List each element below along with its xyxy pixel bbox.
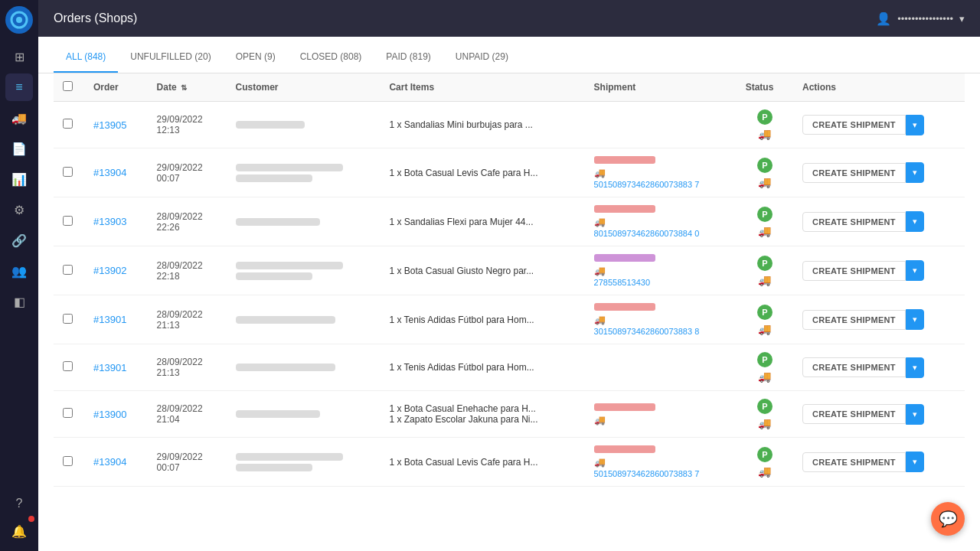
cart-item-text: 1 x Tenis Adidas Fútbol para Hom... [389,362,575,373]
sidebar-item-users[interactable]: 👥 [5,257,33,285]
tab-unpaid[interactable]: UNPAID (29) [443,42,521,73]
tab-closed[interactable]: CLOSED (808) [288,42,374,73]
order-link[interactable]: #13904 [93,167,126,178]
sidebar-item-documents[interactable]: 📄 [5,135,33,162]
create-shipment-button[interactable]: CREATE SHIPMENT [802,212,906,232]
row-checkbox[interactable] [63,216,73,226]
create-shipment-dropdown[interactable]: ▾ [906,452,924,472]
sidebar-item-layers[interactable]: ◧ [5,288,33,315]
customer-blur-group [236,316,371,324]
status-cell: P 🚚 [737,197,793,246]
status-icons: P 🚚 [746,399,784,429]
tracking-number[interactable]: 301508973462860073883 8 [594,327,727,336]
create-shipment-button[interactable]: CREATE SHIPMENT [802,115,906,135]
row-checkbox[interactable] [63,456,73,466]
row-checkbox[interactable] [63,408,73,418]
create-shipment-dropdown[interactable]: ▾ [906,115,924,135]
status-p-badge: P [757,305,773,320]
customer-name-blur [236,218,320,226]
sidebar-item-notifications[interactable]: 🔔 [5,517,33,545]
page-title: Orders (Shops) [54,11,137,25]
status-p-badge: P [757,352,773,367]
create-shipment-button[interactable]: CREATE SHIPMENT [802,310,906,330]
row-checkbox[interactable] [63,119,73,129]
dropdown-icon[interactable]: ▾ [959,13,965,24]
create-shipment-dropdown[interactable]: ▾ [906,404,924,425]
sidebar-item-help[interactable]: ? [5,490,33,517]
create-shipment-dropdown[interactable]: ▾ [906,357,924,378]
select-all-checkbox[interactable] [63,81,73,91]
status-icons: P 🚚 [746,305,784,335]
order-link[interactable]: #13903 [93,216,126,227]
app-logo[interactable] [5,6,33,34]
delivery-icon: 🚚 [758,128,771,140]
row-checkbox[interactable] [63,361,73,371]
create-shipment-dropdown[interactable]: ▾ [906,211,924,232]
tracking-number[interactable]: 501508973462860073883 7 [594,469,727,478]
customer-name-blur [236,364,335,371]
tabs-bar: ALL (848) UNFULFILLED (20) OPEN (9) CLOS… [38,37,980,73]
status-cell: P 🚚 [737,246,793,295]
actions-cell: CREATE SHIPMENT ▾ [793,438,965,487]
create-shipment-dropdown[interactable]: ▾ [906,309,924,330]
row-checkbox[interactable] [63,314,73,324]
shipment-cell: 🚚501508973462860073883 7 [585,148,737,197]
cart-items-cell: 1 x Bota Casual Levis Cafe para H... [380,438,584,487]
status-cell: P 🚚 [737,102,793,148]
order-link[interactable]: #13904 [93,456,126,468]
customer-blur-group [236,121,371,129]
tracking-number[interactable]: 501508973462860073883 7 [594,180,727,189]
sidebar-item-delivery[interactable]: 🚚 [5,104,33,132]
shipment-bar [594,156,655,164]
tab-all[interactable]: ALL (848) [54,42,118,73]
create-shipment-button[interactable]: CREATE SHIPMENT [802,452,906,472]
table-row: #1390128/09/202221:13 1 x Tenis Adidas F… [54,344,965,391]
header-date[interactable]: Date ⇅ [148,73,227,102]
status-p-badge: P [757,158,773,173]
delivery-icon: 🚚 [758,417,771,429]
order-link[interactable]: #13905 [93,119,126,131]
cart-item-text: 1 x Bota Casual Levis Cafe para H... [389,457,575,468]
tracking-number[interactable]: 278558513430 [594,278,727,287]
cart-items-cell: 1 x Bota Casual Enehache para H...1 x Za… [380,391,584,438]
sidebar-item-reports[interactable]: 📊 [5,165,33,193]
shipment-truck-row: 🚚 [594,266,727,276]
create-shipment-dropdown[interactable]: ▾ [906,260,924,281]
truck-icon: 🚚 [594,415,606,425]
shipment-cell: 🚚301508973462860073883 8 [585,295,737,344]
date-cell: 28/09/202221:13 [148,295,227,344]
tab-paid[interactable]: PAID (819) [374,42,443,73]
shipment-bar [594,445,655,453]
sidebar-item-settings[interactable]: ⚙ [5,196,33,223]
header-checkbox-col [54,73,84,102]
shipment-cell: 🚚 [585,391,737,438]
shipment-truck-row: 🚚 [594,315,727,325]
create-shipment-dropdown[interactable]: ▾ [906,162,924,183]
chat-button[interactable]: 💬 [931,502,965,536]
tab-open[interactable]: OPEN (9) [224,42,288,73]
action-buttons: CREATE SHIPMENT ▾ [802,404,956,425]
row-checkbox[interactable] [63,167,73,177]
date-cell: 28/09/202222:26 [148,197,227,246]
order-link[interactable]: #13902 [93,265,126,276]
customer-name-blur [236,410,320,418]
status-icons: P 🚚 [746,256,784,286]
create-shipment-button[interactable]: CREATE SHIPMENT [802,357,906,377]
truck-icon: 🚚 [594,315,606,325]
sidebar-item-dashboard[interactable]: ⊞ [5,43,33,70]
tracking-number[interactable]: 801508973462860073884 0 [594,229,727,238]
order-link[interactable]: #13900 [93,409,126,420]
order-link[interactable]: #13901 [93,314,126,325]
tab-unfulfilled[interactable]: UNFULFILLED (20) [118,42,223,73]
order-link[interactable]: #13901 [93,362,126,373]
create-shipment-button[interactable]: CREATE SHIPMENT [802,261,906,281]
shipment-truck-row: 🚚 [594,168,727,178]
sidebar-item-orders[interactable]: ≡ [5,73,33,101]
table-row: #1390028/09/202221:04 1 x Bota Casual En… [54,391,965,438]
create-shipment-button[interactable]: CREATE SHIPMENT [802,163,906,183]
sidebar-item-integrations[interactable]: 🔗 [5,227,33,254]
row-checkbox[interactable] [63,265,73,275]
cart-item-text: 1 x Bota Casual Giusto Negro par... [389,266,575,276]
actions-cell: CREATE SHIPMENT ▾ [793,148,965,197]
create-shipment-button[interactable]: CREATE SHIPMENT [802,404,906,424]
